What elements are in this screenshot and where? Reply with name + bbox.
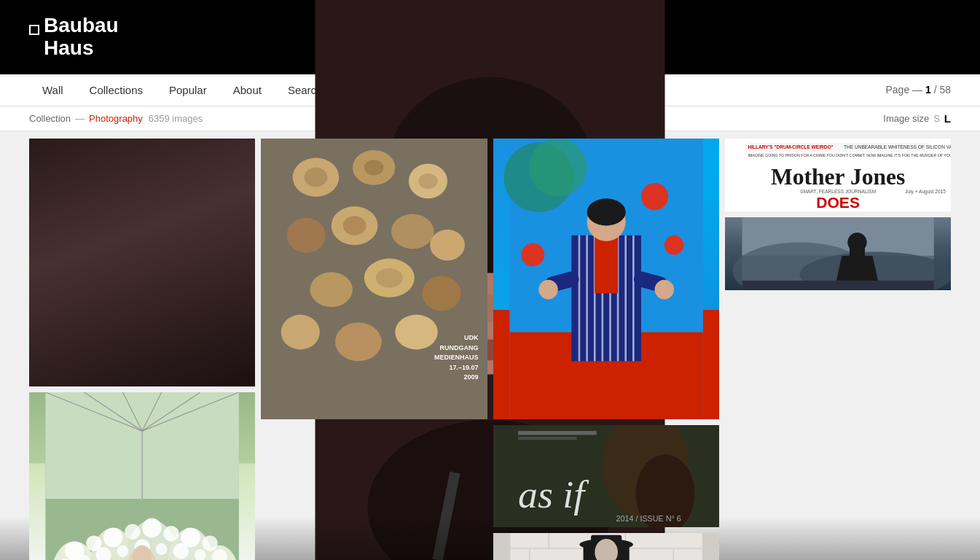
- svg-point-41: [195, 549, 206, 560]
- asif-svg: as if 2014 / ISSUE N° 6: [493, 425, 719, 527]
- svg-rect-137: [742, 280, 933, 289]
- svg-text:THE UNBEARABLE WHITENESS OF SI: THE UNBEARABLE WHITENESS OF SILICON VALL…: [844, 144, 951, 149]
- portrait-svg: [29, 139, 255, 386]
- gallery-item-asif[interactable]: as if 2014 / ISSUE N° 6: [493, 425, 719, 527]
- svg-point-61: [335, 322, 382, 361]
- svg-point-87: [587, 198, 625, 225]
- fashion-svg: [493, 139, 719, 419]
- image-gallery: UDKRUNDGANGMEDIENHAUS17.–19.072009: [0, 131, 980, 560]
- svg-point-56: [430, 229, 465, 260]
- svg-point-65: [418, 173, 438, 188]
- svg-point-57: [310, 272, 353, 307]
- svg-text:IMAGINE GOING TO PRISON FOR A : IMAGINE GOING TO PRISON FOR A CRIME YOU …: [748, 153, 951, 158]
- svg-point-63: [305, 167, 328, 187]
- svg-point-71: [528, 139, 587, 197]
- svg-point-28: [103, 527, 123, 547]
- gallery-item-blackhat[interactable]: [493, 533, 719, 560]
- blackhat-svg: [493, 533, 719, 560]
- svg-point-135: [847, 233, 866, 252]
- svg-point-33: [202, 535, 217, 551]
- gallery-item-silhouette[interactable]: [725, 217, 951, 290]
- gallery-item-hair[interactable]: UDKRUNDGANGMEDIENHAUS17.–19.072009: [261, 139, 487, 419]
- svg-text:July + August 2015: July + August 2015: [905, 189, 946, 195]
- svg-text:Mother Jones: Mother Jones: [771, 164, 905, 190]
- svg-point-37: [117, 545, 129, 556]
- image-asif: as if 2014 / ISSUE N° 6: [493, 425, 719, 527]
- image-fashion: [493, 139, 719, 419]
- gallery-item-greenhouse[interactable]: [29, 392, 255, 560]
- svg-rect-85: [595, 235, 618, 293]
- image-motherjones: HILLARY'S "DRUM-CIRCLE WEIRDO" THE UNBEA…: [725, 139, 951, 211]
- svg-point-67: [376, 268, 403, 287]
- svg-text:DOES: DOES: [816, 193, 860, 210]
- svg-text:HILLARY'S "DRUM-CIRCLE WEIRDO": HILLARY'S "DRUM-CIRCLE WEIRDO": [748, 144, 833, 149]
- image-portrait: [29, 139, 255, 386]
- svg-point-74: [664, 235, 683, 254]
- svg-point-31: [163, 526, 179, 541]
- svg-point-29: [125, 524, 140, 539]
- svg-point-75: [521, 243, 544, 266]
- gallery-item-fashion[interactable]: [493, 139, 719, 419]
- image-greenhouse: [29, 392, 255, 560]
- svg-point-53: [287, 217, 326, 252]
- image-blackhat: [493, 533, 719, 560]
- svg-text:as if: as if: [517, 472, 589, 516]
- silhouette-svg: [725, 217, 951, 290]
- svg-point-90: [538, 279, 558, 299]
- gallery-item-motherjones[interactable]: HILLARY'S "DRUM-CIRCLE WEIRDO" THE UNBEA…: [725, 139, 951, 211]
- motherjones-svg: HILLARY'S "DRUM-CIRCLE WEIRDO" THE UNBEA…: [725, 139, 951, 211]
- svg-point-39: [156, 543, 168, 555]
- svg-point-91: [654, 279, 674, 299]
- svg-rect-95: [517, 431, 596, 435]
- svg-point-60: [281, 314, 320, 349]
- greenhouse-svg: [29, 392, 255, 560]
- image-hair: UDKRUNDGANGMEDIENHAUS17.–19.072009: [261, 139, 487, 419]
- svg-point-66: [343, 216, 366, 236]
- svg-point-40: [173, 543, 189, 559]
- image-silhouette: [725, 217, 951, 290]
- svg-point-64: [364, 160, 384, 175]
- svg-point-55: [391, 214, 434, 249]
- svg-point-59: [423, 276, 461, 311]
- svg-rect-96: [517, 437, 576, 440]
- svg-text:2014 / ISSUE N° 6: 2014 / ISSUE N° 6: [616, 514, 681, 523]
- svg-point-30: [142, 518, 162, 537]
- svg-point-73: [640, 183, 667, 210]
- hair-overlay-text: UDKRUNDGANGMEDIENHAUS17.–19.072009: [434, 333, 479, 383]
- gallery-item-portrait[interactable]: [29, 139, 255, 386]
